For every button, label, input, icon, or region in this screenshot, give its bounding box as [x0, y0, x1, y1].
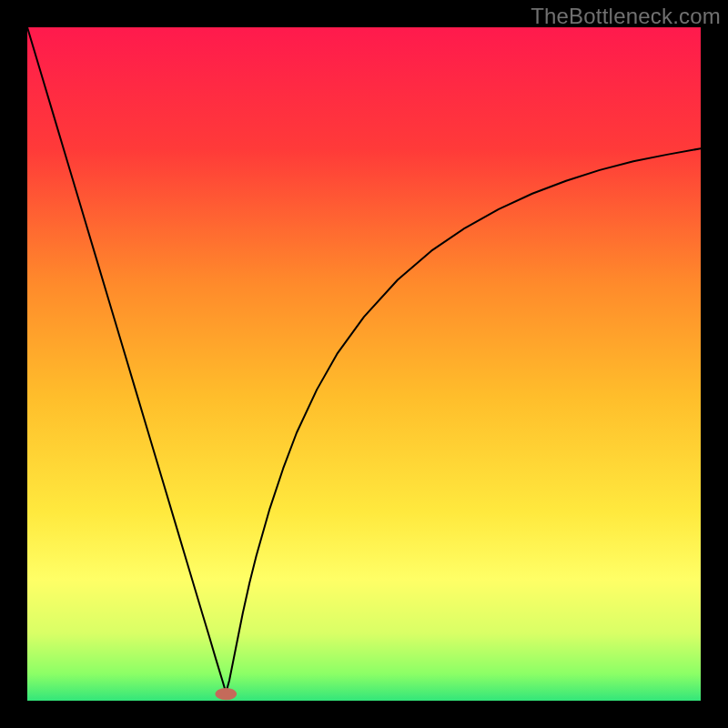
watermark-text: TheBottleneck.com [531, 4, 721, 29]
plot-area [27, 27, 701, 701]
chart-svg [27, 27, 701, 701]
minimum-marker [215, 688, 237, 700]
chart-frame: TheBottleneck.com [0, 0, 728, 728]
